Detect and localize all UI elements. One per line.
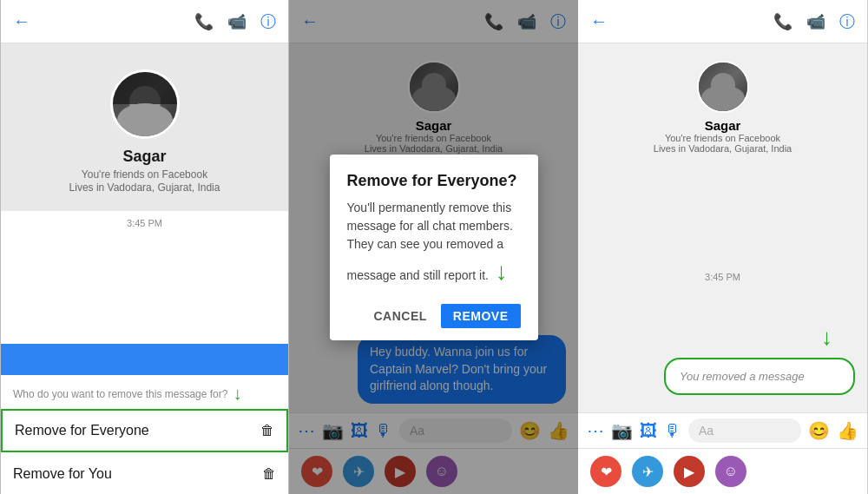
more-icon-3[interactable]: ⋯	[587, 420, 604, 441]
info-icon-3[interactable]: ⓘ	[839, 11, 855, 32]
info-icon-1[interactable]: ⓘ	[260, 11, 276, 32]
mic-icon-3[interactable]: 🎙	[664, 421, 681, 441]
darkred-icon-3[interactable]: ▶	[674, 456, 705, 487]
colored-icons-bar-3: ❤ ✈ ▶ ☺	[578, 448, 867, 494]
panel-3: MOBAAN ← 📞 📹 ⓘ Sagar You're friends on F…	[578, 0, 867, 494]
removed-arrow-icon: ↓	[821, 324, 832, 350]
panel-2: MOBAAN ← 📞 📹 ⓘ Sagar You're friends on F…	[289, 0, 578, 494]
header-bar-3: ← 📞 📹 ⓘ	[578, 0, 867, 43]
video-icon-1[interactable]: 📹	[227, 12, 247, 31]
modal-buttons: CANCEL REMOVE	[347, 304, 521, 328]
panel-1: MOBAAN ← 📞 📹 ⓘ Sagar You're friends on F…	[0, 0, 289, 494]
trash-icon-everyone: 🗑	[260, 423, 274, 438]
header-right-3: 📞 📹 ⓘ	[773, 11, 855, 32]
profile-location-3: Lives in Vadodara, Gujarat, India	[654, 143, 792, 154]
modal-overlay: Remove for Everyone? You'll permanently …	[289, 0, 578, 494]
like-icon-3[interactable]: 👍	[837, 420, 858, 441]
profile-friends-3: You're friends on Facebook	[665, 133, 780, 143]
header-left-3: ←	[590, 11, 608, 31]
timestamp-p1: 3:45 PM	[1, 211, 288, 235]
trash-icon-you: 🗑	[262, 466, 276, 482]
profile-name-1: Sagar	[122, 148, 166, 166]
action-prompt: Who do you want to remove this message f…	[1, 375, 288, 407]
emoji-icon-3[interactable]: 😊	[808, 420, 830, 441]
header-right-1: 📞 📹 ⓘ	[194, 11, 276, 32]
green-arrow-icon: ↓	[233, 384, 241, 404]
profile-name-3: Sagar	[705, 118, 741, 133]
cancel-button[interactable]: CANCEL	[366, 304, 433, 328]
modal-title: Remove for Everyone?	[347, 172, 521, 190]
action-sheet: Who do you want to remove this message f…	[1, 375, 288, 494]
profile-friends-1: You're friends on Facebook	[82, 168, 207, 181]
remove-button[interactable]: REMOVE	[441, 304, 521, 328]
modal-arrow-icon: ↓	[496, 254, 508, 290]
header-left-1: ←	[13, 11, 30, 31]
removed-message-text: You removed a message	[680, 370, 805, 383]
remove-you-label: Remove for You	[13, 466, 112, 482]
profile-location-1: Lives in Vadodara, Gujarat, India	[69, 181, 220, 194]
removed-message-box: You removed a message	[664, 358, 855, 395]
modal-box: Remove for Everyone? You'll permanently …	[330, 155, 538, 340]
back-button-3[interactable]: ←	[590, 11, 608, 31]
remove-everyone-label: Remove for Everyone	[15, 423, 149, 438]
purple-icon-3[interactable]: ☺	[715, 456, 746, 487]
remove-everyone-button[interactable]: Remove for Everyone 🗑	[1, 409, 288, 452]
bottom-bar-3: ⋯ 📷 🖼 🎙 Aa 😊 👍	[578, 412, 867, 448]
remove-you-button[interactable]: Remove for You 🗑	[1, 454, 288, 494]
avatar-img-1	[113, 72, 177, 136]
camera-icon-3[interactable]: 📷	[611, 420, 633, 441]
header-bar-1: ← 📞 📹 ⓘ	[1, 0, 288, 43]
profile-area-1: Sagar You're friends on Facebook Lives i…	[1, 43, 288, 211]
red-icon-3[interactable]: ❤	[590, 456, 621, 487]
message-input-3[interactable]: Aa	[688, 418, 801, 443]
timestamp-p3: 3:45 PM	[578, 265, 867, 289]
blue-icon-3[interactable]: ✈	[632, 456, 663, 487]
phone-icon-3[interactable]: 📞	[773, 12, 792, 31]
profile-mini-3: Sagar You're friends on Facebook Lives i…	[578, 43, 867, 162]
avatar-img-mini-3	[699, 63, 747, 111]
image-icon-3[interactable]: 🖼	[640, 421, 657, 441]
back-button-1[interactable]: ←	[13, 11, 30, 31]
video-icon-3[interactable]: 📹	[806, 12, 825, 31]
phone-icon-1[interactable]: 📞	[194, 12, 214, 31]
avatar-1	[110, 69, 180, 139]
modal-body: You'll permanently remove this message f…	[347, 199, 521, 290]
avatar-mini-3	[697, 61, 749, 113]
